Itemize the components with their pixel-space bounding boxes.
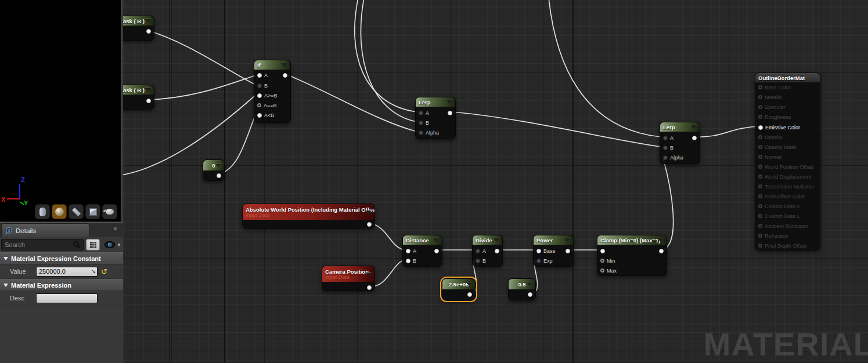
pin-dot[interactable] [257,103,261,107]
output-pin[interactable] [416,110,455,116]
section-material-expression-constant[interactable]: Material Expression Constant [0,252,123,264]
pin-dot[interactable] [146,29,151,34]
node-lerp-1[interactable]: LerpABAlpha [415,97,456,139]
node-header[interactable]: Clamp (Min=0) (Max=1) [597,235,667,245]
pin-dot[interactable] [663,146,668,150]
close-icon[interactable]: × [113,225,117,233]
input-pin-max[interactable]: Max [597,267,667,274]
node-header[interactable]: If [254,60,290,70]
input-pin-a-b[interactable]: A==B [254,102,290,108]
pin-dot[interactable] [146,99,151,103]
node-if[interactable]: IfABA>=BA==BA<B [254,60,291,123]
pin-dot[interactable] [758,175,762,179]
pin-dot[interactable] [758,145,762,149]
output-pin[interactable] [660,135,700,141]
wire[interactable] [549,0,661,137]
input-pin-custom-data-0[interactable]: Custom Data 0 [755,203,820,209]
input-pin-ambient-occlusion[interactable]: Ambient Occlusion [755,223,820,229]
input-pin-roughness[interactable]: Roughness [755,114,820,120]
input-pin-world-displacement[interactable]: World Displacement [755,173,820,180]
input-pin-custom-data-1[interactable]: Custom Data 1 [755,213,820,219]
pin-dot[interactable] [434,249,439,253]
input-pin-b[interactable]: B [660,144,700,151]
node-header[interactable]: Mask ( R ) [123,16,154,26]
search-input[interactable] [2,239,83,250]
pin-dot[interactable] [495,249,499,253]
input-pin-b[interactable]: B [473,257,502,264]
pin-dot[interactable] [758,194,762,198]
input-pin-world-position-offset[interactable]: World Position Offset [755,164,820,170]
wire[interactable] [286,74,417,132]
pin-dot[interactable] [663,155,668,160]
node-header[interactable]: Mask ( R ) [123,85,154,95]
tab-details[interactable]: i Details [1,223,89,237]
pin-dot[interactable] [367,285,372,290]
input-pin-a-b[interactable]: A<B [254,112,290,118]
preview-cylinder-button[interactable] [35,204,50,219]
node-const-2p5e05[interactable]: 2.5e+05 [442,278,476,300]
node-const-0[interactable]: 0 [203,159,225,181]
output-pin[interactable] [322,284,374,291]
chevron-down-icon[interactable] [658,238,664,242]
chevron-down-icon[interactable] [215,164,221,167]
input-pin-alpha[interactable]: Alpha [416,129,455,136]
pin-dot[interactable] [600,268,604,273]
wire[interactable] [147,30,255,85]
wire[interactable] [361,0,417,122]
pin-dot[interactable] [257,113,262,118]
graph-area[interactable]: MATERIAL Mask ( R )Mask ( R )IfABA>=BA==… [123,0,868,363]
node-header[interactable]: Divide [473,235,502,245]
input-pin-min[interactable]: Min [597,257,667,264]
input-pin-specular[interactable]: Specular [755,104,820,110]
pin-dot[interactable] [758,85,762,89]
output-pin[interactable] [243,221,374,227]
input-pin-emissive-color[interactable]: Emissive Color [755,124,820,130]
node-const-0p5[interactable]: 0.5 [508,278,536,300]
pin-dot[interactable] [758,234,762,238]
preview-viewport[interactable]: Z X Y [0,0,121,222]
node-absolute-world-position[interactable]: Absolute World Position (Including Mater… [242,204,375,228]
input-pin-alpha[interactable]: Alpha [660,154,700,161]
node-clamp[interactable]: Clamp (Min=0) (Max=1)MinMax [597,235,667,276]
chevron-down-icon[interactable] [145,88,151,92]
pin-dot[interactable] [217,173,221,178]
output-pin[interactable] [203,172,224,179]
wire[interactable] [696,126,759,137]
section-material-expression[interactable]: Material Expression [0,279,123,291]
pin-dot[interactable] [692,136,697,140]
input-pin-b[interactable]: B [254,82,290,89]
pin-dot[interactable] [283,73,287,78]
input-pin-opacity-mask[interactable]: Opacity Mask [755,144,820,150]
node-camera-position[interactable]: Camera PositionInput Data [322,266,375,291]
input-pin-a-b[interactable]: A>=B [254,92,290,99]
pin-dot[interactable] [659,249,664,253]
output-pin[interactable] [597,248,667,254]
output-pin[interactable] [403,248,442,254]
pin-dot[interactable] [419,121,423,125]
node-header[interactable]: Distance [403,235,442,245]
chevron-down-icon[interactable] [466,282,472,286]
input-pin-b[interactable]: B [416,119,455,126]
preview-cube-button[interactable] [85,204,100,219]
pin-dot[interactable] [758,165,762,169]
output-pin[interactable] [442,291,475,297]
pin-dot[interactable] [367,222,372,227]
node-header[interactable]: Lerp [660,122,700,132]
node-lerp-2[interactable]: LerpABAlpha [660,122,700,164]
chevron-down-icon[interactable] [282,63,287,67]
pin-dot[interactable] [758,115,762,119]
input-pin-exp[interactable]: Exp [534,257,573,264]
pin-dot[interactable] [566,249,570,253]
value-input[interactable] [37,267,97,276]
preview-plane-button[interactable] [69,204,84,219]
node-mask-r-1[interactable]: Mask ( R ) [123,16,154,41]
node-power[interactable]: PowerBaseExp [533,235,574,267]
preview-sphere-button[interactable] [52,204,67,219]
output-pin[interactable] [534,248,573,254]
chevron-down-icon[interactable] [145,19,151,23]
pin-dot[interactable] [758,105,762,109]
property-matrix-button[interactable] [86,239,100,251]
chevron-down-icon[interactable] [564,238,570,242]
chevron-down-icon[interactable] [446,100,452,104]
input-pin-pixel-depth-offset[interactable]: Pixel Depth Offset [755,242,820,249]
